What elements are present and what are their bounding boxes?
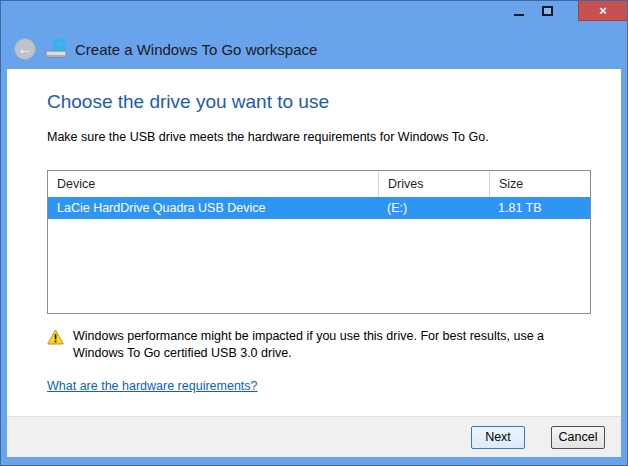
drive-list-header: Device Drives Size xyxy=(48,171,590,197)
content-area: Choose the drive you want to use Make su… xyxy=(7,69,621,457)
wizard-header: ← Create a Windows To Go workspace xyxy=(1,34,627,64)
drive-row-device: LaCie HardDrive Quadra USB Device xyxy=(48,197,378,219)
back-button[interactable]: ← xyxy=(14,38,36,60)
page-description: Make sure the USB drive meets the hardwa… xyxy=(47,130,583,144)
warning-message: Windows performance might be impacted if… xyxy=(47,328,583,362)
warning-icon xyxy=(47,329,64,345)
cancel-button[interactable]: Cancel xyxy=(551,426,605,449)
close-icon: × xyxy=(599,4,607,17)
column-header-device[interactable]: Device xyxy=(48,171,378,197)
minimize-button[interactable] xyxy=(504,1,533,21)
minimize-icon xyxy=(514,14,524,16)
close-button[interactable]: × xyxy=(578,1,627,21)
page-heading: Choose the drive you want to use xyxy=(47,91,583,113)
footer-bar: Next Cancel xyxy=(7,416,621,457)
column-header-size[interactable]: Size xyxy=(489,171,590,197)
back-arrow-icon: ← xyxy=(18,41,33,56)
column-header-drives[interactable]: Drives xyxy=(378,171,489,197)
main-panel: Choose the drive you want to use Make su… xyxy=(7,69,621,416)
wizard-window: × ← Create a Windows To Go workspace Cho… xyxy=(0,0,628,466)
drive-row-selected[interactable]: LaCie HardDrive Quadra USB Device (E:) 1… xyxy=(48,197,590,219)
window-title: Create a Windows To Go workspace xyxy=(75,41,317,58)
drive-row-drives: (E:) xyxy=(378,197,489,219)
caption-buttons: × xyxy=(504,1,627,21)
drive-list: Device Drives Size LaCie HardDrive Quadr… xyxy=(47,170,591,314)
maximize-icon xyxy=(542,6,553,16)
windows-to-go-icon xyxy=(45,39,69,59)
next-button[interactable]: Next xyxy=(471,426,525,449)
hardware-requirements-link[interactable]: What are the hardware requirements? xyxy=(47,379,258,393)
drive-row-size: 1.81 TB xyxy=(489,197,590,219)
maximize-button[interactable] xyxy=(533,1,562,21)
warning-text: Windows performance might be impacted if… xyxy=(73,328,583,362)
